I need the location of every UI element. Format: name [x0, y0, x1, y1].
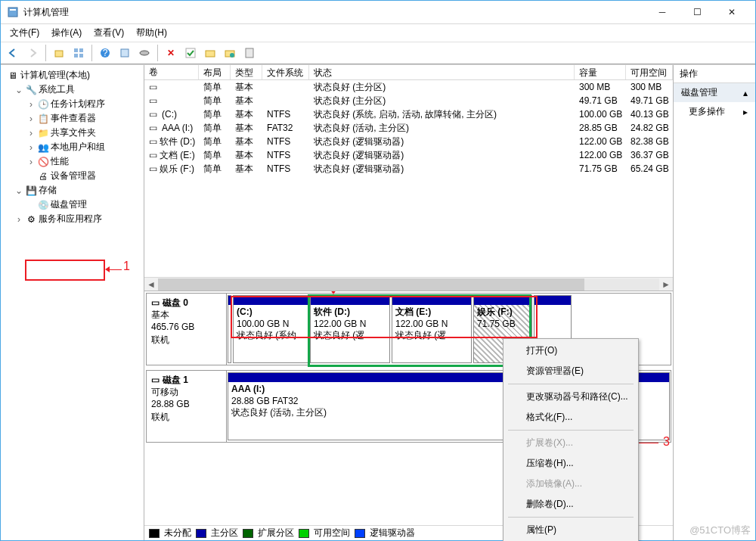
disk0-size: 465.76 GB [151, 321, 222, 333]
legend-pri: 主分区 [211, 527, 238, 539]
table-row[interactable]: ▭简单基本状态良好 (主分区)300 MB300 MB [144, 80, 673, 94]
ctx-prop[interactable]: 属性(P) [505, 520, 637, 540]
svg-rect-5 [74, 54, 78, 58]
ctx-change[interactable]: 更改驱动器号和路径(C)... [505, 387, 637, 407]
col-st[interactable]: 状态 [309, 65, 575, 79]
watermark: @51CTO博客 [689, 524, 751, 537]
svg-rect-1 [10, 9, 16, 11]
menu-help[interactable]: 帮助(H) [130, 25, 173, 41]
window-title: 计算机管理 [23, 6, 645, 19]
svg-rect-12 [206, 51, 215, 57]
tree-sched[interactable]: 任务计划程序 [51, 98, 105, 110]
tree-users[interactable]: 本地用户和组 [51, 141, 105, 154]
svg-text:?: ? [103, 48, 108, 58]
drive-icon: ▭ [151, 297, 160, 309]
tree-root[interactable]: 计算机管理(本地) [20, 69, 90, 82]
tree-systools[interactable]: 系统工具 [39, 83, 75, 96]
drive-icon: ▭ [151, 374, 160, 386]
ctx-mirror: 添加镜像(A)... [505, 474, 637, 494]
table-row[interactable]: ▭文档 (E:)简单基本NTFS状态良好 (逻辑驱动器)122.00 GB36.… [144, 148, 673, 162]
actions-diskmgmt[interactable]: 磁盘管理▴ [674, 83, 755, 102]
legend-ext-swatch [243, 529, 253, 538]
scroll-left-icon[interactable]: ◄ [144, 279, 158, 290]
ctx-delete[interactable]: 删除卷(D)... [505, 494, 637, 515]
svg-rect-11 [186, 48, 195, 58]
ctx-open[interactable]: 打开(O) [505, 340, 637, 361]
tree-devmgr[interactable]: 设备管理器 [51, 169, 96, 182]
check-icon[interactable] [181, 44, 200, 62]
disk-icon[interactable] [135, 44, 153, 62]
back-icon[interactable] [4, 44, 22, 62]
table-row[interactable]: ▭娱乐 (F:)简单基本NTFS状态良好 (逻辑驱动器)71.75 GB65.2… [144, 162, 673, 176]
svg-rect-9 [121, 49, 129, 57]
tree-services[interactable]: 服务和应用程序 [39, 213, 102, 225]
up-icon[interactable] [50, 44, 68, 62]
col-vol[interactable]: 卷 [144, 65, 199, 79]
annotation-3: 3 [663, 435, 670, 449]
nav-tree[interactable]: 🖥计算机管理(本地) ⌄🔧系统工具 ›🕒任务计划程序 ›📋事件查看器 ›📁共享文… [1, 65, 144, 540]
view-icon[interactable] [70, 44, 88, 62]
tree-diskmgmt[interactable]: 磁盘管理 [51, 198, 87, 211]
folder-icon[interactable] [201, 44, 219, 62]
table-row[interactable]: ▭(C:)简单基本NTFS状态良好 (系统, 启动, 活动, 故障转储, 主分区… [144, 107, 673, 121]
volume-list-header: 卷 布局 类型 文件系统 状态 容量 可用空间 [144, 65, 673, 80]
table-row[interactable]: ▭AAA (I:)简单基本FAT32状态良好 (活动, 主分区)28.85 GB… [144, 121, 673, 135]
legend-free: 可用空间 [314, 527, 350, 539]
ctx-shrink[interactable]: 压缩卷(H)... [505, 453, 637, 474]
users-icon: 👥 [37, 141, 49, 154]
doc-icon[interactable] [240, 44, 259, 62]
title-bar: 计算机管理 ─ ☐ ✕ [1, 1, 755, 23]
ctx-explorer[interactable]: 资源管理器(E) [505, 361, 637, 381]
ctx-format[interactable]: 格式化(F)... [505, 407, 637, 428]
disk1-size: 28.88 GB [151, 398, 222, 410]
minimize-button[interactable]: ─ [645, 1, 680, 23]
services-icon: ⚙ [25, 213, 37, 225]
scroll-thumb[interactable] [158, 278, 584, 291]
annotation-box-2b [231, 296, 538, 338]
collapse-icon: ▴ [743, 88, 748, 98]
col-free[interactable]: 可用空间 [626, 65, 673, 79]
actions-header: 操作 [674, 65, 755, 83]
actions-more[interactable]: 更多操作▸ [674, 102, 755, 121]
tree-evt[interactable]: 事件查看器 [51, 112, 96, 125]
svg-point-14 [230, 53, 234, 58]
folder2-icon[interactable] [221, 44, 239, 62]
shared-icon: 📁 [37, 127, 49, 139]
legend-unalloc: 未分配 [164, 527, 191, 539]
disk0-info[interactable]: ▭磁盘 0 基本 465.76 GB 联机 [147, 294, 227, 365]
tree-storage[interactable]: 存储 [39, 184, 57, 197]
annotation-box-1 [25, 260, 105, 281]
table-row[interactable]: ▭软件 (D:)简单基本NTFS状态良好 (逻辑驱动器)122.00 GB82.… [144, 135, 673, 148]
actions-pane: 操作 磁盘管理▴ 更多操作▸ [674, 65, 755, 540]
tree-shared[interactable]: 共享文件夹 [51, 126, 96, 139]
help-icon[interactable]: ? [96, 44, 114, 62]
close-button[interactable]: ✕ [714, 1, 749, 23]
tree-perf[interactable]: 性能 [51, 155, 69, 168]
disk1-info[interactable]: ▭磁盘 1 可移动 28.88 GB 联机 [147, 371, 227, 442]
delete-icon[interactable]: ✕ [162, 44, 180, 62]
table-row[interactable]: ▭简单基本状态良好 (主分区)49.71 GB49.71 GB [144, 94, 673, 107]
svg-rect-2 [55, 51, 63, 57]
maximize-button[interactable]: ☐ [680, 1, 714, 23]
computer-icon: 🖥 [7, 70, 19, 82]
scroll-right-icon[interactable]: ► [659, 279, 673, 290]
volume-list[interactable]: ▭简单基本状态良好 (主分区)300 MB300 MB▭简单基本状态良好 (主分… [144, 80, 673, 277]
forward-icon[interactable] [23, 44, 42, 62]
context-menu: 打开(O) 资源管理器(E) 更改驱动器号和路径(C)... 格式化(F)...… [503, 338, 639, 541]
menu-file[interactable]: 文件(F) [4, 25, 45, 41]
disk0-type: 基本 [151, 309, 222, 321]
diskmgmt-icon: 💿 [37, 199, 49, 211]
chevron-right-icon: ▸ [743, 107, 748, 117]
sched-icon: 🕒 [37, 98, 49, 110]
col-typ[interactable]: 类型 [231, 65, 262, 79]
legend-ext: 扩展分区 [258, 527, 294, 539]
menu-view[interactable]: 查看(V) [88, 25, 130, 41]
col-lay[interactable]: 布局 [199, 65, 231, 79]
col-cap[interactable]: 容量 [575, 65, 626, 79]
props-icon[interactable] [116, 44, 134, 62]
h-scrollbar[interactable]: ◄ ► [144, 277, 673, 291]
legend-pri-swatch [196, 529, 206, 538]
col-fs[interactable]: 文件系统 [262, 65, 309, 79]
menu-action[interactable]: 操作(A) [45, 25, 88, 41]
menu-bar: 文件(F) 操作(A) 查看(V) 帮助(H) [1, 23, 755, 42]
